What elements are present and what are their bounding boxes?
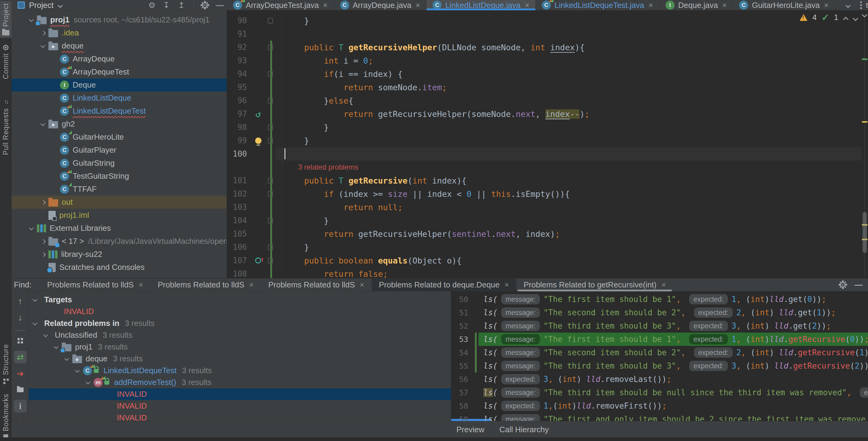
next-occurrence-icon[interactable]: ➔	[14, 367, 27, 380]
find-row-deque-5[interactable]: deque3 results	[29, 353, 451, 365]
tree-row-guitarstring[interactable]: CGuitarString	[11, 156, 227, 170]
preview-line-54[interactable]: 54ls(message:"The second item should be …	[451, 346, 868, 359]
tree-row-arraydeque[interactable]: CArrayDeque	[11, 52, 227, 65]
chevron-right-icon[interactable]	[38, 236, 49, 246]
fold-marker-icon[interactable]	[268, 138, 273, 144]
find-row-targets-0[interactable]: Targets	[29, 294, 451, 305]
tree-row-linkedlistdequetest[interactable]: CLinkedListDequeTest	[11, 105, 227, 118]
fold-marker-icon[interactable]	[268, 258, 273, 264]
close-icon[interactable]: ×	[249, 280, 254, 290]
editor-line-95[interactable]: 95 return someNode.item;	[227, 81, 868, 94]
chevron-right-icon[interactable]	[38, 28, 49, 38]
tree-row-deque[interactable]: IDeque	[11, 79, 227, 91]
fold-marker-icon[interactable]	[268, 191, 273, 197]
tree-row-arraydequetest[interactable]: CArrayDequeTest	[11, 65, 227, 79]
group-by-icon[interactable]	[14, 334, 27, 347]
tree-row-deque[interactable]: deque	[11, 39, 227, 52]
editor-line-97[interactable]: 97↺ return getRecursiveHelper(someNode.n…	[227, 107, 868, 121]
hide-panel-icon[interactable]: —	[855, 280, 863, 290]
fold-marker-icon[interactable]	[268, 98, 273, 104]
fold-marker-icon[interactable]	[268, 18, 273, 24]
stripe-item-project[interactable]: Project	[0, 1, 11, 38]
locate-icon[interactable]	[149, 2, 155, 8]
tree-row-testguitarstring[interactable]: CTestGuitarString	[11, 170, 227, 183]
close-icon[interactable]: ×	[824, 1, 828, 10]
fold-marker-icon[interactable]	[268, 45, 273, 50]
editor-line-107[interactable]: 107 public boolean equals(Object o){	[227, 254, 868, 267]
editor-tab-arraydeque-java[interactable]: CArrayDeque.java×	[334, 0, 427, 10]
footer-tab-preview[interactable]: Preview	[456, 421, 484, 438]
editor-line-108[interactable]: 108 return false;	[227, 267, 868, 278]
stripe-item-bookmarks[interactable]: Bookmarks	[0, 391, 11, 441]
tree-row-guitarplayer[interactable]: CGuitarPlayer	[11, 144, 227, 156]
close-icon[interactable]: ×	[360, 280, 364, 290]
settings-icon[interactable]	[202, 2, 208, 8]
chevron-down-icon[interactable]	[73, 365, 83, 376]
editor-line-101[interactable]: 101 public T getRecursive(int index){	[227, 174, 868, 187]
tree-row-ttfaf[interactable]: CTTFAF	[11, 183, 227, 196]
editor-line-91[interactable]: 91	[227, 27, 868, 40]
stripe-item-pull-requests[interactable]: ↑↓Pull Requests	[0, 96, 11, 157]
editor-line-98[interactable]: 98 }	[227, 121, 868, 134]
find-tab-0[interactable]: Problems Related to lldS×	[40, 278, 150, 291]
tree-row-linkedlistdeque[interactable]: CLinkedListDeque	[11, 91, 227, 105]
editor-line-104[interactable]: 104 }	[227, 214, 868, 227]
close-icon[interactable]: ×	[504, 280, 509, 290]
related-problems-inlay[interactable]: 3 related problems	[298, 163, 358, 171]
hidden-tabs-chevron-icon[interactable]	[846, 3, 850, 7]
find-row-invalid-9[interactable]: INVALID	[29, 400, 451, 412]
preview-line-57[interactable]: 57ls(message:"The third item should be n…	[451, 386, 868, 399]
close-icon[interactable]: ×	[138, 280, 143, 290]
editor-line-106[interactable]: 106 }	[227, 240, 868, 254]
find-row-proj1-4[interactable]: proj13 results	[29, 341, 451, 353]
editor-line-103[interactable]: 103 return null;	[227, 201, 868, 214]
find-row-addremovetest--7[interactable]: maddRemoveTest()3 results	[29, 377, 451, 388]
chevron-down-icon[interactable]	[30, 318, 40, 329]
editor-line-96[interactable]: 96 }else{	[227, 94, 868, 107]
fold-marker-icon[interactable]	[268, 124, 273, 130]
find-row-linkedlistdequetest-6[interactable]: CLinkedListDequeTest3 results	[29, 365, 451, 377]
stripe-item-structure[interactable]: Structure	[0, 342, 11, 386]
preview-line-51[interactable]: 51ls(message:"The second item should be …	[451, 306, 868, 319]
find-tab-3[interactable]: Problems Related to deque.Deque×	[372, 278, 516, 291]
chevron-down-icon[interactable]	[30, 295, 40, 305]
editor-line-92[interactable]: 92 public T getRecursiveHelper(DLLNode s…	[227, 40, 868, 54]
editor-line-99[interactable]: 99 }	[227, 134, 868, 147]
overrides-method-icon[interactable]	[255, 258, 261, 264]
chevron-down-icon[interactable]	[62, 354, 72, 364]
tree-row-proj1-iml[interactable]: proj1.iml	[11, 209, 227, 222]
tree-row-guitarherolite[interactable]: CGuitarHeroLite	[11, 130, 227, 144]
preview-line-55[interactable]: 55ls(message:"The third item should be 3…	[451, 359, 868, 373]
preview-line-53[interactable]: 53ls(message:"The first item should be 1…	[451, 332, 868, 346]
find-row-invalid-1[interactable]: INVALID	[29, 305, 451, 317]
tab-options-kebab-icon[interactable]	[860, 4, 862, 6]
preview-line-56[interactable]: 56ls(expected:3, (int) lld.removeLast())…	[451, 373, 868, 386]
preview-line-50[interactable]: 50ls(message:"The first item should be 1…	[451, 293, 868, 306]
tree-row--17-[interactable]: < 17 >/Library/Java/JavaVirtualMachines/…	[11, 235, 227, 248]
scroll-down-icon[interactable]: ↧	[163, 1, 170, 10]
editor-line-102[interactable]: 102 if (index >= size || index < 0 || th…	[227, 187, 868, 201]
close-icon[interactable]: ×	[525, 1, 529, 10]
tree-row-gh2[interactable]: gh2	[11, 118, 227, 130]
chevron-down-icon[interactable]	[38, 119, 49, 129]
fold-marker-icon[interactable]	[268, 218, 273, 224]
close-icon[interactable]: ×	[415, 1, 420, 10]
editor-tab-linkedlistdequetest-java[interactable]: CLinkedListDequeTest.java×	[536, 0, 659, 10]
code-editor[interactable]: 4 ✓ 1 90 }9192 public T getRecursiveHelp…	[227, 10, 868, 278]
tree-row-external-libraries[interactable]: External Libraries	[11, 222, 227, 235]
close-icon[interactable]: ×	[661, 280, 666, 290]
tree-row-out[interactable]: out	[11, 196, 227, 209]
editor-tab-linkedlistdeque-java[interactable]: CLinkedListDeque.java×	[427, 0, 536, 10]
stripe-item-commit[interactable]: Commit	[0, 42, 11, 82]
tree-row-library-su22[interactable]: library-su22	[11, 248, 227, 261]
editor-tab-arraydequetest-java[interactable]: CArrayDequeTest.java×	[227, 0, 334, 10]
editor-tab-guitarherolite-java[interactable]: CGuitarHeroLite.java×	[733, 0, 835, 10]
chevron-right-icon[interactable]	[38, 249, 49, 260]
editor-tab-deque-java[interactable]: IDeque.java×	[659, 0, 733, 10]
project-panel-title[interactable]: Project	[29, 1, 54, 10]
editor-line-93[interactable]: 93 int i = 0;	[227, 54, 868, 67]
preview-line-58[interactable]: 58ls(expected:1,(int)lld.removeFirst());	[451, 399, 868, 413]
chevron-right-icon[interactable]	[38, 197, 49, 207]
close-icon[interactable]: ×	[323, 1, 328, 10]
find-tab-2[interactable]: Problems Related to lldS×	[261, 278, 371, 291]
